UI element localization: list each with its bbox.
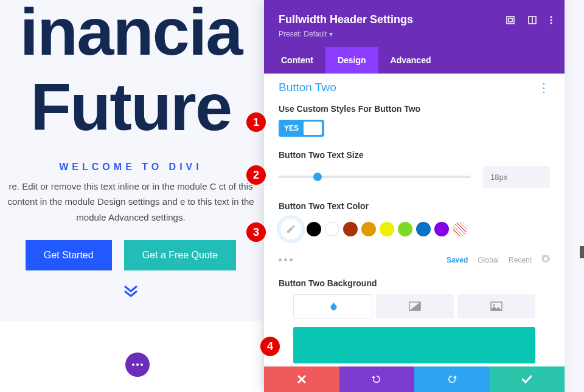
- hero-subtitle: Welcome to Divi: [0, 162, 262, 173]
- text-size-slider[interactable]: [279, 176, 471, 178]
- palette-row: Saved Global Recent: [264, 250, 565, 273]
- color-swatches: [279, 217, 550, 241]
- columns-icon[interactable]: [528, 16, 537, 24]
- swatch-blue[interactable]: [416, 222, 431, 236]
- palette-more-icon[interactable]: [279, 258, 293, 261]
- svg-rect-0: [507, 16, 514, 24]
- swatch-transparent[interactable]: [453, 222, 467, 236]
- get-started-button[interactable]: Get Started: [26, 240, 112, 270]
- slider-thumb[interactable]: [313, 173, 322, 181]
- swatch-green[interactable]: [398, 222, 412, 236]
- palette-settings-icon[interactable]: [541, 255, 550, 265]
- hero-title-line2: Future: [0, 70, 262, 143]
- hero-button-row: Get Started Get a Free Quote: [0, 240, 262, 270]
- save-button[interactable]: [490, 366, 565, 392]
- field-text-color: Button Two Text Color: [264, 196, 565, 250]
- callout-1: 1: [246, 112, 266, 132]
- tab-content[interactable]: Content: [269, 47, 325, 74]
- panel-preset[interactable]: Preset: Default ▾: [279, 30, 550, 38]
- swatch-orange[interactable]: [361, 222, 376, 236]
- hero-body-text[interactable]: re. Edit or remove this text inline or i…: [0, 179, 262, 225]
- field-custom-styles: Use Custom Styles For Button Two YES: [264, 99, 565, 145]
- callout-2: 2: [246, 165, 266, 185]
- swatch-purple[interactable]: [434, 222, 449, 236]
- callout-4: 4: [260, 337, 280, 356]
- swatch-dark-red[interactable]: [343, 222, 358, 236]
- custom-styles-label: Use Custom Styles For Button Two: [279, 104, 550, 114]
- scroll-indicator: [580, 246, 584, 258]
- field-background: Button Two Background: [264, 273, 565, 372]
- swatch-black[interactable]: [307, 222, 321, 236]
- background-preview[interactable]: [293, 327, 535, 363]
- tab-design[interactable]: Design: [325, 47, 378, 74]
- eyedropper-button[interactable]: [279, 217, 303, 241]
- svg-point-6: [551, 22, 552, 24]
- field-text-size: Button Two Text Size: [264, 145, 565, 196]
- panel-header: Fullwidth Header Settings Preset: Defaul…: [264, 0, 565, 47]
- swatch-yellow[interactable]: [380, 222, 394, 236]
- expand-icon[interactable]: [506, 16, 515, 24]
- panel-tabs: Content Design Advanced: [264, 47, 565, 74]
- text-size-label: Button Two Text Size: [279, 150, 550, 160]
- cancel-button[interactable]: [264, 366, 339, 392]
- footer-actions: [264, 366, 565, 392]
- palette-state-global[interactable]: Global: [478, 256, 499, 264]
- page-content: inancia Future Welcome to Divi re. Edit …: [0, 0, 262, 295]
- section-title[interactable]: Button Two: [279, 81, 336, 94]
- palette-state-saved[interactable]: Saved: [447, 256, 468, 264]
- bg-tab-image[interactable]: [457, 294, 535, 318]
- hero-title-line1: inancia: [0, 0, 262, 64]
- callout-3: 3: [246, 222, 266, 242]
- tab-advanced[interactable]: Advanced: [378, 47, 443, 74]
- bg-tab-gradient[interactable]: [376, 294, 454, 318]
- svg-point-5: [551, 19, 552, 21]
- scroll-down-icon[interactable]: [0, 285, 262, 298]
- svg-rect-1: [509, 18, 512, 22]
- text-color-label: Button Two Text Color: [279, 201, 550, 211]
- undo-button[interactable]: [339, 366, 415, 392]
- kebab-menu-icon[interactable]: [550, 16, 552, 24]
- free-quote-button[interactable]: Get a Free Quote: [124, 240, 237, 270]
- floating-menu-button[interactable]: [125, 352, 150, 377]
- background-label: Button Two Background: [279, 278, 550, 288]
- section-menu-icon[interactable]: ⋮: [538, 86, 550, 89]
- svg-point-9: [493, 304, 495, 306]
- text-size-input[interactable]: [483, 166, 550, 188]
- redo-button[interactable]: [414, 366, 490, 392]
- settings-panel: Fullwidth Header Settings Preset: Defaul…: [264, 0, 565, 392]
- palette-state-recent[interactable]: Recent: [509, 256, 532, 264]
- swatch-white[interactable]: [325, 222, 339, 236]
- custom-styles-toggle[interactable]: YES: [279, 120, 324, 137]
- svg-point-4: [551, 16, 552, 18]
- panel-body: Button Two ⋮ Use Custom Styles For Butto…: [264, 74, 565, 392]
- bg-tab-color[interactable]: [293, 294, 372, 318]
